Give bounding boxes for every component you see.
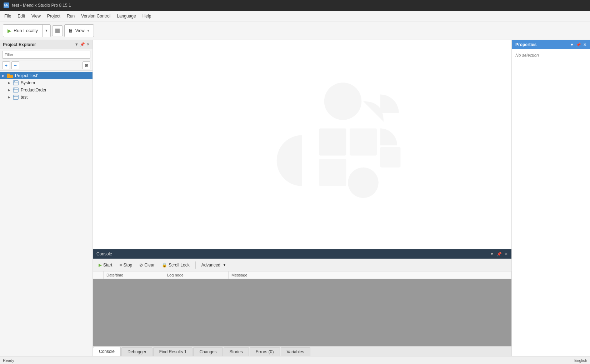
advanced-button[interactable]: Advanced ▼ [199,261,229,269]
expand-button[interactable]: + [2,61,10,69]
project-explorer: Project Explorer ▼ 📌 ✕ + − ⊞ ▶ [0,40,93,356]
run-locally-button[interactable]: ▶ Run Locally ▼ [3,24,51,37]
svg-rect-7 [14,89,15,89]
tab-changes[interactable]: Changes [193,347,222,356]
svg-rect-16 [380,147,401,167]
svg-point-15 [348,167,379,198]
tree-item-productorder[interactable]: ▶ ProductOrder [0,86,92,94]
svg-rect-12 [319,128,346,155]
clear-label: Clear [144,263,155,268]
svg-rect-0 [7,75,13,78]
run-arrow-icon: ▶ [8,28,11,34]
plus-icon: + [5,63,8,68]
svg-rect-14 [319,159,346,186]
toolbar: ▶ Run Locally ▼ 🖥 View ▼ [0,21,590,40]
view-dropdown-icon: ▼ [87,29,90,33]
lock-icon: 🔒 [162,263,167,268]
clear-button[interactable]: ⊘ Clear [136,261,158,269]
console-toolbar: ▶ Start ■ Stop ⊘ Clear 🔒 Scroll Lock A [93,259,511,271]
console-title: Console [96,251,112,256]
collapse-button[interactable]: − [11,61,19,69]
content-area: Console ▼ 📌 ✕ ▶ Start ■ Stop ⊘ C [93,40,511,356]
start-label: Start [103,263,112,268]
menu-language[interactable]: Language [114,12,139,20]
menu-version-control[interactable]: Version Control [78,12,113,20]
status-left: Ready [3,358,14,363]
sidebar-tree: ▶ Project 'test' ▶ [0,71,92,356]
svg-rect-2 [13,81,18,85]
view-button[interactable]: 🖥 View ▼ [64,24,94,37]
console-minimize-icon[interactable]: ▼ [490,252,494,256]
sidebar-minimize-icon[interactable]: ▼ [75,42,79,47]
menu-bar: File Edit View Project Run Version Contr… [0,11,590,21]
advanced-label: Advanced [201,263,220,268]
tab-console[interactable]: Console [93,347,121,356]
menu-edit[interactable]: Edit [15,12,28,20]
title-bar: Mx test - Mendix Studio Pro 8.15.1 [0,0,590,11]
stop-button[interactable] [52,25,63,36]
run-locally-label: Run Locally [14,28,38,33]
col-indicator-header [93,271,104,279]
expand-icon: ▶ [8,81,13,85]
tree-item-project-test[interactable]: ▶ Project 'test' [0,72,92,79]
sidebar-filter-area [0,49,92,60]
tree-item-label: test [21,95,28,100]
expand-icon: ▶ [2,74,7,78]
console-pin-icon[interactable]: 📌 [497,252,502,256]
grid-view-button[interactable]: ⊞ [82,61,90,69]
sidebar-title: Project Explorer [3,42,36,47]
start-button[interactable]: ▶ Start [96,261,115,269]
sidebar-controls: ▼ 📌 ✕ [75,42,90,47]
advanced-dropdown-icon: ▼ [223,263,226,267]
console-close-icon[interactable]: ✕ [505,252,508,256]
sidebar-close-icon[interactable]: ✕ [86,42,90,47]
module-icon [13,88,19,93]
col-lognode-header: Log node [164,271,229,279]
properties-header: Properties ▼ 📌 ✕ [512,40,590,49]
tree-item-system[interactable]: ▶ System [0,79,92,86]
scroll-lock-button[interactable]: 🔒 Scroll Lock [159,261,192,269]
properties-minimize-icon[interactable]: ▼ [570,43,574,47]
console-content [93,279,511,346]
filter-input[interactable] [2,51,90,59]
console-panel: Console ▼ 📌 ✕ ▶ Start ■ Stop ⊘ C [93,249,511,356]
menu-file[interactable]: File [1,12,14,20]
properties-close-icon[interactable]: ✕ [583,43,586,47]
tab-stories[interactable]: Stories [224,347,249,356]
properties-content: No selection [512,49,590,61]
properties-title: Properties [515,42,536,47]
tree-item-test[interactable]: ▶ test [0,94,92,101]
project-folder-icon [7,73,14,78]
tree-item-label: ProductOrder [21,88,46,93]
main-area: Project Explorer ▼ 📌 ✕ + − ⊞ ▶ [0,40,590,356]
grid-icon: ⊞ [85,63,88,68]
sidebar-pin-icon[interactable]: 📌 [80,42,85,47]
properties-header-controls: ▼ 📌 ✕ [570,43,586,47]
stop-icon [55,29,60,33]
console-header: Console ▼ 📌 ✕ [93,249,511,259]
stop-console-button[interactable]: ■ Stop [116,261,135,269]
tab-variables[interactable]: Variables [281,347,310,356]
svg-rect-13 [350,128,377,155]
title-text: test - Mendix Studio Pro 8.15.1 [12,3,71,8]
mendix-logo-watermark [275,74,411,210]
console-table-header: Date/time Log node Message [93,271,511,279]
tab-find-results[interactable]: Find Results 1 [153,347,193,356]
tab-debugger[interactable]: Debugger [121,347,152,356]
menu-run[interactable]: Run [64,12,78,20]
sidebar-toolbar: + − ⊞ [0,60,92,71]
no-selection-text: No selection [515,53,539,58]
menu-view[interactable]: View [29,12,44,20]
tab-errors[interactable]: Errors (0) [250,347,280,356]
main-canvas [93,40,511,249]
tree-item-label: System [21,80,35,85]
svg-rect-10 [14,96,15,96]
menu-project[interactable]: Project [44,12,63,20]
menu-help[interactable]: Help [140,12,154,20]
expand-icon: ▶ [8,95,13,99]
run-dropdown-arrow[interactable]: ▼ [42,25,50,37]
properties-pin-icon[interactable]: 📌 [576,43,581,47]
sidebar-header: Project Explorer ▼ 📌 ✕ [0,40,92,49]
app-icon: Mx [4,3,9,8]
toolbar-separator [195,261,196,269]
